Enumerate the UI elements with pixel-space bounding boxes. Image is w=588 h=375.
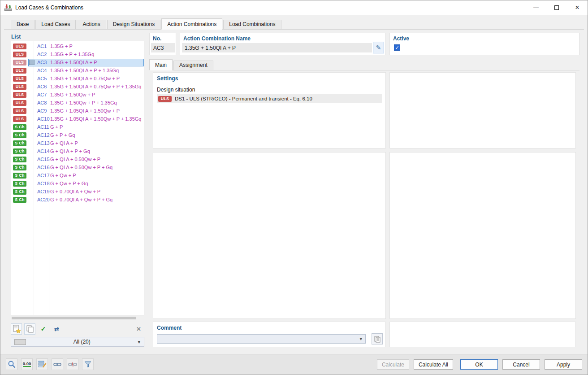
sch-badge: S Ch <box>13 165 26 170</box>
uls-badge: ULS <box>13 116 26 122</box>
list-item[interactable]: S ChAC15G + QI A + 0.50Qw + P <box>11 155 144 163</box>
list-item[interactable]: ULSAC81.35G + 1.50Qw + P + 1.35Gq <box>11 99 144 107</box>
tab-action-combinations[interactable]: Action Combinations <box>161 18 222 30</box>
combination-name: 1.35G + 1.05QI A + 1.50Qw + P + 1.35Gq <box>50 116 141 122</box>
calculate-button[interactable]: Calculate <box>377 359 409 370</box>
uls-badge: ULS <box>158 96 172 102</box>
list-item[interactable]: S ChAC18G + Qw + P + Gq <box>11 179 144 188</box>
chevron-down-icon: ▾ <box>138 339 140 345</box>
combination-name: 1.35G + 1.50QI A + P <box>50 60 97 65</box>
footer-buttons: Calculate Calculate All OK Cancel Apply <box>377 359 582 370</box>
comment-templates-button[interactable] <box>372 333 383 344</box>
apply-button[interactable]: Apply <box>545 359 582 370</box>
combination-name: 1.35G + 1.50Qw + P + 1.35Gq <box>50 100 117 105</box>
sch-badge: S Ch <box>13 132 26 138</box>
list-item[interactable]: ULSAC21.35G + P + 1.35Gq <box>11 50 144 58</box>
table-settings-button[interactable] <box>36 358 48 370</box>
list-item[interactable]: ULSAC101.35G + 1.05QI A + 1.50Qw + P + 1… <box>11 115 144 123</box>
no-panel: No. AC3 <box>149 33 176 55</box>
subtab-assignment[interactable]: Assignment <box>173 61 213 70</box>
comment-dropdown[interactable]: ▾ <box>157 334 366 344</box>
row-swatch <box>29 108 35 113</box>
combination-number: AC9 <box>36 108 50 113</box>
row-swatch <box>29 100 35 105</box>
list-item[interactable]: S ChAC12G + P + Gq <box>11 131 144 139</box>
active-checkbox[interactable]: ✓ <box>394 44 400 51</box>
list-item[interactable]: ULSAC11.35G + P <box>11 42 144 50</box>
close-button[interactable]: × <box>567 0 588 15</box>
list-item[interactable]: ULSAC91.35G + 1.05QI A + 1.50Qw + P <box>11 107 144 115</box>
uls-badge: ULS <box>13 52 26 57</box>
row-swatch <box>29 165 35 170</box>
link-button[interactable] <box>52 358 63 370</box>
list-item[interactable]: S ChAC19G + 0.70QI A + Qw + P <box>11 188 144 196</box>
check-icon: ✓ <box>41 325 46 332</box>
design-situation-text: DS1 - ULS (STR/GEO) - Permanent and tran… <box>175 96 312 101</box>
decimal-places-button[interactable]: 0.00 <box>21 358 33 370</box>
row-swatch <box>29 197 35 202</box>
combination-number: AC20 <box>36 197 50 202</box>
combination-number: AC15 <box>36 157 50 162</box>
calculate-all-button[interactable]: Calculate All <box>414 359 453 370</box>
list-item[interactable]: S ChAC13G + QI A + P <box>11 139 144 147</box>
copy-combination-button[interactable] <box>24 323 35 335</box>
subtab-main[interactable]: Main <box>149 59 173 70</box>
list-item[interactable]: ULSAC41.35G + 1.50QI A + P + 1.35Gq <box>11 66 144 74</box>
combination-list: ULSAC11.35G + PULSAC21.35G + P + 1.35GqU… <box>11 41 144 315</box>
list-item-content: AC14G + QI A + P + Gq <box>28 148 144 155</box>
list-item-content: AC41.35G + 1.50QI A + P + 1.35Gq <box>28 67 144 74</box>
maximize-button[interactable] <box>546 0 567 15</box>
list-item[interactable]: ULSAC31.35G + 1.50QI A + P <box>11 58 144 66</box>
minimize-button[interactable]: — <box>526 0 546 15</box>
list-item-content: AC17G + Qw + P <box>28 172 144 179</box>
comment-panel: Comment ▾ <box>153 322 386 347</box>
cancel-button[interactable]: Cancel <box>502 359 540 370</box>
generate-combinations-button[interactable]: ✓ <box>38 323 49 335</box>
design-situation-row[interactable]: ULS DS1 - ULS (STR/GEO) - Permanent and … <box>157 94 382 103</box>
list-item-content: AC51.35G + 1.50QI A + 0.75Qw + P <box>28 75 144 83</box>
combination-name: G + QI A + 0.50Qw + P <box>50 157 100 162</box>
tab-actions[interactable]: Actions <box>77 20 106 29</box>
scrollbar-thumb[interactable] <box>12 317 136 319</box>
unlink-button[interactable] <box>67 358 78 370</box>
tab-design-situations[interactable]: Design Situations <box>107 20 160 29</box>
row-swatch <box>29 52 35 57</box>
sch-badge: S Ch <box>13 157 26 162</box>
list-item[interactable]: S ChAC20G + 0.70QI A + Qw + P + Gq <box>11 196 144 204</box>
list-item[interactable]: S ChAC16G + QI A + 0.50Qw + P + Gq <box>11 163 144 171</box>
tab-strip: BaseLoad CasesActionsDesign SituationsAc… <box>4 18 584 30</box>
tab-load-cases[interactable]: Load Cases <box>35 20 76 29</box>
ok-button[interactable]: OK <box>460 359 498 370</box>
subtab-strip: MainAssignment <box>149 59 579 70</box>
filter-value: All (20) <box>26 339 138 345</box>
uls-badge: ULS <box>13 84 26 90</box>
list-item-content: AC91.35G + 1.05QI A + 1.50Qw + P <box>28 107 144 115</box>
list-item[interactable]: S ChAC17G + Qw + P <box>11 171 144 179</box>
list-item[interactable]: ULSAC51.35G + 1.50QI A + 0.75Qw + P <box>11 74 144 83</box>
list-item[interactable]: ULSAC71.35G + 1.50Qw + P <box>11 91 144 99</box>
find-button[interactable] <box>6 358 17 370</box>
tab-base[interactable]: Base <box>11 20 35 29</box>
no-field[interactable]: AC3 <box>151 43 175 52</box>
regenerate-combinations-button[interactable]: ⇄ <box>51 323 62 335</box>
combination-number: AC1 <box>36 44 50 49</box>
combination-name-field[interactable]: 1.35G + 1.50QI A + P <box>182 43 372 52</box>
tab-load-combinations[interactable]: Load Combinations <box>223 20 281 29</box>
maximize-icon <box>554 5 559 10</box>
horizontal-scrollbar[interactable] <box>11 316 144 320</box>
funnel-icon <box>83 360 92 369</box>
filter-button[interactable] <box>82 358 94 370</box>
edit-name-button[interactable]: ✎ <box>373 42 384 53</box>
active-label: Active <box>393 35 409 42</box>
new-combination-button[interactable] <box>11 323 22 335</box>
list-edit-icon <box>38 360 47 369</box>
app-icon <box>4 4 12 12</box>
list-item[interactable]: ULSAC61.35G + 1.50QI A + 0.75Qw + P + 1.… <box>11 83 144 91</box>
sch-badge: S Ch <box>13 181 26 187</box>
row-swatch <box>29 181 35 186</box>
delete-combination-button[interactable]: ✕ <box>133 323 144 335</box>
list-item[interactable]: S ChAC11G + P <box>11 123 144 131</box>
list-item[interactable]: S ChAC14G + QI A + P + Gq <box>11 147 144 155</box>
swap-arrows-icon: ⇄ <box>54 326 59 332</box>
filter-dropdown[interactable]: All (20) ▾ <box>11 337 144 347</box>
